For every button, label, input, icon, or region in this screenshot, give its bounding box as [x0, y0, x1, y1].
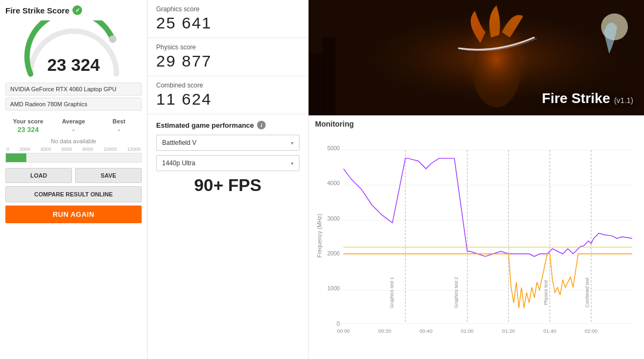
monitoring-svg: 5000 4000 3000 2000 1000 0 Frequency (MH… — [315, 131, 638, 350]
best-score-label: Best — [113, 118, 126, 124]
graphics-score-label: Graphics score — [156, 5, 299, 13]
svg-text:00:40: 00:40 — [420, 328, 433, 334]
svg-text:01:40: 01:40 — [543, 328, 556, 334]
main-score: 23 324 — [47, 55, 100, 75]
score-gauge: 23 324 — [20, 20, 127, 79]
svg-text:00:00: 00:00 — [337, 328, 350, 334]
fps-value: 90+ FPS — [156, 175, 299, 195]
monitoring-chart: 5000 4000 3000 2000 1000 0 Frequency (MH… — [315, 131, 638, 350]
game-title-overlay: Fire Strike (v1.1) — [542, 90, 633, 107]
average-score-label: Average — [62, 118, 85, 124]
monitoring-section: Monitoring 5000 4000 3000 2000 1000 0 Fr… — [309, 115, 644, 359]
svg-text:Graphics test 2: Graphics test 2 — [453, 277, 459, 308]
right-panel: Fire Strike (v1.1) Monitoring 5000 4000 … — [309, 0, 644, 359]
estimated-title: Estimated game performance i — [156, 121, 299, 129]
svg-text:01:20: 01:20 — [502, 328, 515, 334]
check-icon: ✓ — [72, 5, 82, 15]
resolution-dropdown-arrow: ▾ — [291, 160, 294, 166]
left-panel: Fire Strike Score ✓ 23 324 NVIDIA GeForc… — [0, 0, 148, 359]
your-score-col: Your score 23 324 — [5, 118, 51, 134]
monitoring-title: Monitoring — [315, 120, 638, 128]
game-dropdown[interactable]: Battlefield V ▾ — [156, 135, 299, 151]
info-icon[interactable]: i — [257, 121, 266, 129]
physics-score-card: Physics score 29 877 — [148, 38, 308, 76]
estimated-title-text: Estimated game performance — [156, 121, 254, 129]
best-score-value: - — [118, 126, 120, 134]
score-comparison-row: Your score 23 324 Average - Best - — [5, 118, 142, 134]
svg-text:5000: 5000 — [327, 145, 340, 151]
graphics-score-card: Graphics score 25 641 — [148, 0, 308, 38]
svg-point-0 — [109, 35, 116, 43]
load-button[interactable]: LOAD — [5, 168, 72, 183]
gpu1-label: NVIDIA GeForce RTX 4060 Laptop GPU — [5, 83, 142, 96]
resolution-dropdown[interactable]: 1440p Ultra ▾ — [156, 155, 299, 171]
svg-text:Physics test: Physics test — [543, 280, 548, 305]
average-score-value: - — [72, 126, 75, 134]
gpu2-label: AMD Radeon 780M Graphics — [5, 98, 142, 111]
svg-text:4000: 4000 — [327, 180, 340, 186]
load-save-row: LOAD SAVE — [5, 168, 142, 183]
svg-text:02:00: 02:00 — [584, 328, 597, 334]
save-button[interactable]: SAVE — [75, 168, 142, 183]
middle-panel: Graphics score 25 641 Physics score 29 8… — [148, 0, 309, 359]
score-bar — [5, 153, 142, 163]
score-bar-fill — [6, 153, 26, 162]
game-version: (v1.1) — [614, 96, 633, 105]
your-score-value: 23 324 — [17, 126, 39, 134]
compare-button[interactable]: COMPARE RESULT ONLINE — [5, 186, 142, 202]
estimated-section: Estimated game performance i Battlefield… — [148, 114, 308, 202]
title-text: Fire Strike Score — [5, 6, 69, 15]
svg-text:Graphics test 1: Graphics test 1 — [389, 277, 394, 308]
run-again-button[interactable]: RUN AGAIN — [5, 206, 142, 223]
no-data-text: No data available — [50, 138, 96, 144]
your-score-label: Your score — [13, 118, 43, 124]
svg-text:1000: 1000 — [327, 285, 340, 291]
average-score-col: Average - — [51, 118, 97, 134]
combined-score-label: Combined score — [156, 82, 299, 89]
svg-point-7 — [459, 16, 534, 102]
physics-score-value: 29 877 — [156, 52, 299, 70]
resolution-selected: 1440p Ultra — [162, 159, 195, 167]
graphics-score-value: 25 641 — [156, 14, 299, 32]
game-selected: Battlefield V — [162, 139, 196, 146]
svg-rect-5 — [322, 38, 335, 115]
physics-score-label: Physics score — [156, 43, 299, 51]
svg-text:Frequency (MHz): Frequency (MHz) — [316, 214, 323, 258]
svg-text:01:00: 01:00 — [461, 328, 474, 334]
svg-text:Combined test: Combined test — [584, 277, 590, 307]
game-title-text: Fire Strike — [542, 90, 610, 106]
svg-text:00:20: 00:20 — [378, 328, 391, 334]
benchmark-title: Fire Strike Score ✓ — [5, 5, 82, 15]
combined-score-value: 11 624 — [156, 90, 299, 108]
combined-score-card: Combined score 11 624 — [148, 76, 308, 114]
game-dropdown-arrow: ▾ — [291, 140, 294, 146]
best-score-col: Best - — [96, 118, 142, 134]
svg-text:2000: 2000 — [327, 250, 340, 257]
bar-axis: 0 2000 4000 6000 8000 10000 12000 — [5, 146, 142, 152]
svg-text:3000: 3000 — [327, 215, 340, 222]
game-screenshot: Fire Strike (v1.1) — [309, 0, 644, 115]
svg-text:0: 0 — [336, 320, 340, 327]
